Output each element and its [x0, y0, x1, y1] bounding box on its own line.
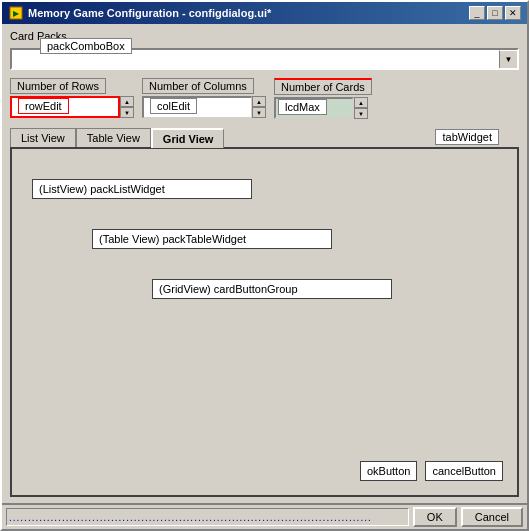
cols-spin-arrows: ▲ ▼ [252, 96, 266, 118]
lcd-max-label: lcdMax [278, 99, 327, 115]
rows-spinner-group: Number of Rows rowEdit ▲ ▼ [10, 78, 134, 119]
close-button[interactable]: ✕ [505, 6, 521, 20]
cards-spinner-group: Number of Cards lcdMax ▲ ▼ [274, 78, 519, 119]
tab-content-body: (ListView) packListWidget (Table View) p… [12, 149, 517, 495]
tabs-section: List View Table View Grid View tabWidget… [10, 127, 519, 497]
rows-spin-up[interactable]: ▲ [120, 96, 134, 107]
spinners-row: Number of Rows rowEdit ▲ ▼ Number of Col… [10, 78, 519, 119]
cols-spin-up[interactable]: ▲ [252, 96, 266, 107]
pack-combobox-arrow[interactable]: ▼ [499, 50, 517, 68]
title-buttons: _ □ ✕ [469, 6, 521, 20]
cards-spin-arrows: ▲ ▼ [354, 97, 368, 119]
app-icon: ▶ [8, 5, 24, 21]
cols-label: Number of Columns [142, 78, 254, 94]
tab-bar: List View Table View Grid View tabWidget [10, 127, 519, 147]
window-title: Memory Game Configuration - configdialog… [28, 7, 271, 19]
tab-content: (ListView) packListWidget (Table View) p… [10, 147, 519, 497]
rows-label: Number of Rows [10, 78, 106, 94]
title-bar: ▶ Memory Game Configuration - configdial… [2, 2, 527, 24]
cols-spinner-group: Number of Columns colEdit ▲ ▼ [142, 78, 266, 119]
ok-status-button[interactable]: OK [413, 507, 457, 527]
card-button-group: (GridView) cardButtonGroup [152, 279, 392, 299]
tab-grid-view[interactable]: Grid View [151, 128, 225, 148]
window-body: Card Packs packComboBox ▼ Number of Rows… [2, 24, 527, 503]
status-bar: ........................................… [2, 503, 527, 529]
status-text-area: ........................................… [6, 508, 409, 526]
tab-widget-label-wrapper: tabWidget [435, 129, 499, 145]
rows-spin-down[interactable]: ▼ [120, 107, 134, 118]
pack-table-widget: (Table View) packTableWidget [92, 229, 332, 249]
cards-label: Number of Cards [274, 78, 372, 95]
cards-spin-down[interactable]: ▼ [354, 108, 368, 119]
main-window: ▶ Memory Game Configuration - configdial… [0, 0, 529, 531]
tab-widget-label: tabWidget [435, 129, 499, 145]
rows-spin-arrows: ▲ ▼ [120, 96, 134, 118]
cols-spinner-control: colEdit ▲ ▼ [142, 96, 266, 118]
title-bar-left: ▶ Memory Game Configuration - configdial… [8, 5, 271, 21]
cols-spin-down[interactable]: ▼ [252, 107, 266, 118]
inner-buttons-row: okButton cancelButton [360, 461, 503, 481]
col-edit-label: colEdit [150, 98, 197, 114]
svg-text:▶: ▶ [13, 9, 20, 18]
cancel-status-button[interactable]: Cancel [461, 507, 523, 527]
rows-spinner-control: rowEdit ▲ ▼ [10, 96, 134, 118]
pack-combobox-label: packComboBox [40, 38, 132, 54]
cancel-button-widget[interactable]: cancelButton [425, 461, 503, 481]
row-edit-label: rowEdit [18, 98, 69, 114]
status-dots: ........................................… [9, 512, 372, 523]
cards-spin-up[interactable]: ▲ [354, 97, 368, 108]
ok-button-widget[interactable]: okButton [360, 461, 417, 481]
tab-table-view[interactable]: Table View [76, 128, 151, 148]
minimize-button[interactable]: _ [469, 6, 485, 20]
cards-lcd-control: lcdMax ▲ ▼ [274, 97, 368, 119]
pack-list-widget: (ListView) packListWidget [32, 179, 252, 199]
maximize-button[interactable]: □ [487, 6, 503, 20]
tab-list-view[interactable]: List View [10, 128, 76, 148]
pack-combobox-wrapper: packComboBox ▼ [10, 48, 519, 70]
